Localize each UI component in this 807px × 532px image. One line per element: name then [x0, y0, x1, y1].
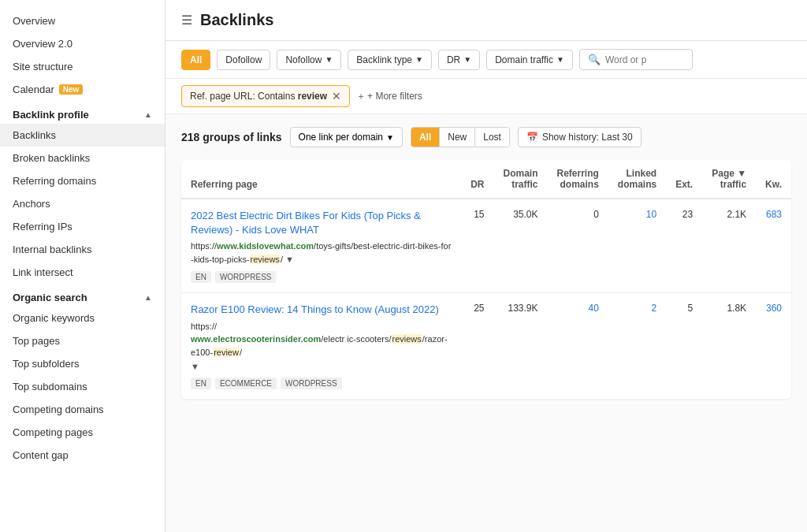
kw-link-2[interactable]: 360 [766, 303, 782, 314]
tag-row-2: EN ECOMMERCE WORDPRESS [191, 378, 452, 389]
sidebar-item-competing-pages[interactable]: Competing pages [0, 421, 165, 444]
filter-dofollow-button[interactable]: Dofollow [217, 50, 270, 70]
sidebar-item-referring-domains[interactable]: Referring domains [0, 169, 165, 192]
sidebar-item-backlinks[interactable]: Backlinks [0, 124, 165, 147]
show-history-button[interactable]: 📅 Show history: Last 30 [518, 127, 642, 147]
backlink-type-chevron-icon: ▼ [415, 55, 423, 64]
sidebar: Overview Overview 2.0 Site structure Cal… [0, 0, 165, 532]
search-icon: 🔍 [588, 54, 601, 65]
cell-kw-1: 683 [756, 199, 791, 293]
filters-row: All Dofollow Nofollow ▼ Backlink type ▼ … [165, 41, 807, 79]
sidebar-item-top-subdomains[interactable]: Top subdomains [0, 375, 165, 398]
search-input[interactable] [605, 54, 684, 65]
cell-domain-traffic-2: 133.9K [493, 293, 547, 399]
cell-ext-2: 5 [666, 293, 702, 399]
per-domain-dropdown[interactable]: One link per domain ▼ [290, 127, 403, 147]
link-type-tabs: All New Lost [411, 127, 510, 147]
tab-new[interactable]: New [439, 128, 474, 147]
active-filter-tag: Ref. page URL: Contains review ✕ [181, 85, 350, 107]
page-header: ☰ Backlinks [165, 0, 807, 41]
expand-url-2-icon[interactable]: ▼ [191, 362, 199, 371]
filter-all-button[interactable]: All [181, 50, 210, 70]
per-domain-chevron-icon: ▼ [386, 133, 394, 142]
expand-url-1-icon[interactable]: ▼ [285, 255, 294, 264]
col-kw: Kw. [756, 160, 791, 199]
calendar-icon: 📅 [526, 132, 538, 143]
main-content: ☰ Backlinks All Dofollow Nofollow ▼ Back… [165, 0, 807, 532]
highlight-reviews-2: reviews [392, 334, 422, 344]
cell-linked-domains-2: 2 [608, 293, 666, 399]
sidebar-item-top-subfolders[interactable]: Top subfolders [0, 352, 165, 375]
sidebar-item-referring-ips[interactable]: Referring IPs [0, 215, 165, 238]
backlinks-table: Referring page DR Domaintraffic Referrin… [181, 160, 791, 399]
table-area: 218 groups of links One link per domain … [165, 114, 807, 411]
tag-ecommerce-2: ECOMMERCE [215, 378, 277, 389]
sidebar-item-site-structure[interactable]: Site structure [0, 55, 165, 78]
sidebar-item-calendar[interactable]: Calendar New [0, 78, 165, 101]
tag-wordpress-2: WORDPRESS [281, 378, 342, 389]
cell-page-traffic-2: 1.8K [702, 293, 756, 399]
domain-1: www.kidslovewhat.com [217, 241, 314, 251]
link-title-1[interactable]: 2022 Best Electric Dirt Bikes For Kids (… [191, 209, 452, 237]
cell-linked-domains-1: 10 [608, 199, 666, 293]
collapse-arrow-icon: ▲ [144, 110, 152, 119]
dr-chevron-icon: ▼ [463, 55, 471, 64]
groups-count: 218 groups of links [181, 131, 282, 143]
cell-ext-1: 23 [666, 199, 702, 293]
cell-dr-1: 15 [461, 199, 493, 293]
filter-domain-traffic-button[interactable]: Domain traffic ▼ [486, 50, 573, 70]
sidebar-item-organic-keywords[interactable]: Organic keywords [0, 307, 165, 329]
groups-row: 218 groups of links One link per domain … [181, 127, 791, 147]
sidebar-item-anchors[interactable]: Anchors [0, 192, 165, 215]
cell-dr-2: 25 [461, 293, 493, 399]
nofollow-chevron-icon: ▼ [325, 55, 333, 64]
filter-backlink-type-button[interactable]: Backlink type ▼ [348, 50, 432, 70]
page-title: Backlinks [200, 11, 273, 29]
col-referring-domains[interactable]: Referringdomains [548, 160, 608, 199]
link-title-2[interactable]: Razor E100 Review: 14 Things to Know (Au… [191, 303, 452, 317]
highlight-reviews-1: reviews [250, 255, 281, 264]
link-url-1: https://www.kidslovewhat.com/toys-gifts/… [191, 241, 451, 264]
cell-kw-2: 360 [756, 293, 791, 399]
tag-en-1: EN [191, 271, 211, 283]
filter-dr-button[interactable]: DR ▼ [438, 50, 480, 70]
linked-domains-link-1[interactable]: 10 [646, 209, 656, 220]
search-box[interactable]: 🔍 [579, 49, 693, 70]
kw-link-1[interactable]: 683 [766, 209, 782, 220]
table-row: 2022 Best Electric Dirt Bikes For Kids (… [181, 199, 791, 293]
more-filters-button[interactable]: ＋ + More filters [356, 90, 422, 103]
cell-domain-traffic-1: 35.0K [493, 199, 547, 293]
sidebar-item-overview2[interactable]: Overview 2.0 [0, 32, 165, 55]
tab-lost[interactable]: Lost [474, 128, 509, 147]
cell-referring-domains-2: 40 [548, 293, 608, 399]
active-filter-row: Ref. page URL: Contains review ✕ ＋ + Mor… [165, 79, 807, 114]
sidebar-item-competing-domains[interactable]: Competing domains [0, 398, 165, 421]
sidebar-section-backlink-profile[interactable]: Backlink profile ▲ [0, 101, 165, 124]
col-referring-page: Referring page [181, 160, 461, 199]
col-domain-traffic[interactable]: Domaintraffic [493, 160, 547, 199]
filter-nofollow-button[interactable]: Nofollow ▼ [277, 50, 341, 70]
hamburger-icon[interactable]: ☰ [181, 13, 192, 28]
sidebar-item-link-intersect[interactable]: Link intersect [0, 261, 165, 284]
sidebar-item-top-pages[interactable]: Top pages [0, 329, 165, 352]
highlight-review-2: review [213, 348, 240, 357]
ref-domains-link-2[interactable]: 40 [588, 303, 598, 314]
tab-all[interactable]: All [411, 128, 439, 147]
collapse-arrow-organic-icon: ▲ [144, 293, 152, 302]
cell-referring-domains-1: 0 [548, 199, 608, 293]
col-linked-domains: Linkeddomains [608, 160, 666, 199]
linked-domains-link-2[interactable]: 2 [652, 303, 657, 314]
sidebar-item-broken-backlinks[interactable]: Broken backlinks [0, 147, 165, 169]
sidebar-section-organic-search[interactable]: Organic search ▲ [0, 284, 165, 307]
sidebar-item-content-gap[interactable]: Content gap [0, 444, 165, 467]
sidebar-item-overview[interactable]: Overview [0, 9, 165, 32]
filter-tag-close-button[interactable]: ✕ [332, 90, 341, 102]
table-row: Razor E100 Review: 14 Things to Know (Au… [181, 293, 791, 399]
filter-tag-text: Ref. page URL: Contains review [190, 91, 327, 102]
col-page-traffic[interactable]: Page ▼traffic [702, 160, 756, 199]
sidebar-item-internal-backlinks[interactable]: Internal backlinks [0, 238, 165, 261]
domain-2: www.electroscooterinsider.com [191, 334, 321, 344]
plus-icon: ＋ [356, 90, 366, 103]
cell-referring-page-2: Razor E100 Review: 14 Things to Know (Au… [181, 293, 461, 399]
tag-en-2: EN [191, 378, 211, 389]
